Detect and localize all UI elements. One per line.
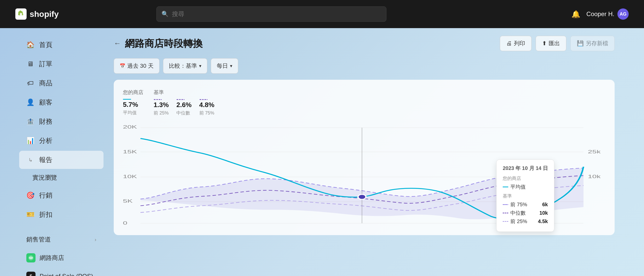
export-button[interactable]: ⬆ 匯出: [536, 36, 566, 51]
tooltip-median-row: 中位數 10k: [503, 210, 548, 216]
save-new-button: 💾 另存新檔: [570, 36, 615, 51]
tooltip-median-label: 中位數: [510, 210, 526, 216]
user-name: Cooper H.: [586, 10, 614, 18]
chart-card: 您的商店 5.7% 平均值 基準: [114, 80, 615, 235]
sidebar: 🏠 首頁 🖥 訂單 🏷 商品 👤 顧客 🏦 財務 📊 分析 ↳ 報告 實況瀏覽: [19, 28, 103, 276]
home-icon: 🏠: [26, 41, 34, 49]
export-label: 匯出: [549, 40, 560, 47]
legend-p75: 4.8% 前 75%: [199, 99, 214, 116]
legend-p25-line: [154, 99, 162, 100]
online-store-label: 網路商店: [40, 254, 64, 262]
back-button[interactable]: ←: [114, 39, 121, 48]
notifications-button[interactable]: 🔔: [571, 10, 580, 18]
sidebar-label-orders: 訂單: [39, 60, 52, 68]
svg-rect-0: [20, 13, 22, 16]
legend-median-line-row: [176, 99, 191, 100]
save-new-label: 另存新檔: [586, 40, 608, 47]
sidebar-item-finance[interactable]: 🏦 財務: [19, 112, 103, 131]
tooltip-median-value: 10k: [539, 210, 548, 216]
legend-p25-line-row: [154, 99, 169, 100]
legend-avg-line: [123, 99, 131, 100]
chart-svg-wrap[interactable]: 20K 15K 10K 5K 0 25k 10k: [123, 124, 605, 226]
tooltip-avg-label: 平均值: [510, 183, 526, 190]
search-input[interactable]: [156, 6, 386, 22]
your-shop-label: 您的商店: [123, 89, 143, 96]
tooltip-p25-label-row: 前 25%: [503, 218, 527, 225]
nav-right: 🔔 Cooper H. AG: [571, 8, 629, 20]
svg-point-18: [358, 194, 366, 199]
sidebar-label-analytics: 分析: [39, 136, 52, 145]
sidebar-item-reports[interactable]: ↳ 報告: [19, 151, 103, 169]
tooltip-avg-line: [503, 187, 508, 187]
page-title: 網路商店時段轉換: [125, 37, 203, 50]
svg-text:10k: 10k: [588, 174, 601, 179]
legend-p75-label: 前 75%: [199, 110, 214, 116]
tooltip-median-label-row: 中位數: [503, 210, 526, 216]
channel-pos[interactable]: S Point of Sale (POS): [19, 268, 103, 276]
channel-online-store[interactable]: 網路商店: [19, 249, 103, 267]
compare-filter[interactable]: 比較：基準 ▾: [163, 58, 207, 74]
sidebar-item-discounts[interactable]: 🎫 折扣: [19, 205, 103, 224]
svg-text:15K: 15K: [123, 149, 137, 154]
svg-text:10K: 10K: [123, 174, 137, 179]
logo[interactable]: shopify: [15, 8, 59, 20]
tooltip-p25-row: 前 25% 4.5k: [503, 218, 548, 225]
sidebar-item-products[interactable]: 🏷 商品: [19, 74, 103, 92]
sidebar-item-live[interactable]: 實況瀏覽: [19, 170, 103, 185]
interval-filter[interactable]: 每日 ▾: [211, 58, 238, 74]
top-nav: shopify 🔍 🔔 Cooper H. AG: [0, 0, 644, 28]
print-button[interactable]: 🖨 列印: [500, 36, 532, 51]
sidebar-label-products: 商品: [39, 79, 52, 88]
sidebar-item-customers[interactable]: 👤 顧客: [19, 93, 103, 111]
legend-p25-value: 1.3%: [154, 101, 169, 109]
title-row: ← 網路商店時段轉換: [114, 37, 203, 50]
legend-p75-value: 4.8%: [199, 101, 214, 109]
legend-avg-label: 平均值: [123, 110, 138, 116]
customers-icon: 👤: [26, 98, 34, 106]
finance-icon: 🏦: [26, 118, 34, 125]
tooltip-avg-label-row: 平均值: [503, 183, 526, 190]
sidebar-label-customers: 顧客: [39, 98, 52, 107]
interval-label: 每日: [217, 62, 228, 70]
user-menu[interactable]: Cooper H. AG: [586, 8, 629, 20]
sidebar-label-live: 實況瀏覽: [32, 174, 57, 182]
date-range-label: 過去 30 天: [127, 62, 154, 70]
svg-text:20K: 20K: [123, 124, 137, 130]
tooltip-p25-line: [503, 221, 508, 222]
legend-p75-line: [199, 99, 208, 100]
tooltip-avg-row: 平均值: [503, 183, 548, 190]
tooltip-your-shop: 您的商店: [503, 175, 548, 181]
date-range-filter[interactable]: 📅 過去 30 天: [114, 58, 159, 74]
legend-items-baseline: 1.3% 前 25% 2.6% 中位數: [154, 99, 214, 116]
print-icon: 🖨: [506, 40, 512, 47]
tooltip-p25-label: 前 25%: [510, 218, 527, 225]
filter-bar: 📅 過去 30 天 比較：基準 ▾ 每日 ▾: [114, 58, 615, 74]
sidebar-item-marketing[interactable]: 🎯 行銷: [19, 186, 103, 204]
page-header: ← 網路商店時段轉換 🖨 列印 ⬆ 匯出 💾 另存新檔: [114, 36, 615, 51]
print-label: 列印: [514, 40, 525, 47]
main-content: ← 網路商店時段轉換 🖨 列印 ⬆ 匯出 💾 另存新檔: [103, 28, 625, 276]
orders-icon: 🖥: [26, 60, 34, 68]
legend-avg-line-row: [123, 99, 138, 100]
tooltip-baseline-label: 基準: [503, 193, 548, 199]
legend-median-value: 2.6%: [176, 101, 191, 109]
sidebar-item-home[interactable]: 🏠 首頁: [19, 36, 103, 54]
compare-label: 比較：基準: [169, 62, 197, 70]
interval-chevron-icon: ▾: [230, 63, 232, 69]
legend-p25: 1.3% 前 25%: [154, 99, 169, 116]
logo-text: shopify: [30, 9, 59, 19]
legend-items-shop: 5.7% 平均值: [123, 99, 143, 116]
compare-chevron-icon: ▾: [199, 63, 201, 69]
sidebar-label-discounts: 折扣: [39, 210, 52, 219]
tooltip-p75-label: 前 75%: [510, 201, 527, 208]
calendar-icon: 📅: [120, 63, 125, 69]
export-icon: ⬆: [542, 40, 547, 47]
sidebar-item-orders[interactable]: 🖥 訂單: [19, 55, 103, 73]
logo-icon: [15, 8, 27, 20]
sales-channels-header[interactable]: 銷售管道 ›: [19, 231, 103, 248]
sidebar-label-finance: 財務: [39, 117, 52, 126]
sidebar-item-analytics[interactable]: 📊 分析: [19, 132, 103, 150]
tooltip-p75-line: [503, 204, 508, 205]
legend-your-shop: 您的商店 5.7% 平均值: [123, 89, 143, 116]
search-bar[interactable]: 🔍: [156, 6, 386, 22]
